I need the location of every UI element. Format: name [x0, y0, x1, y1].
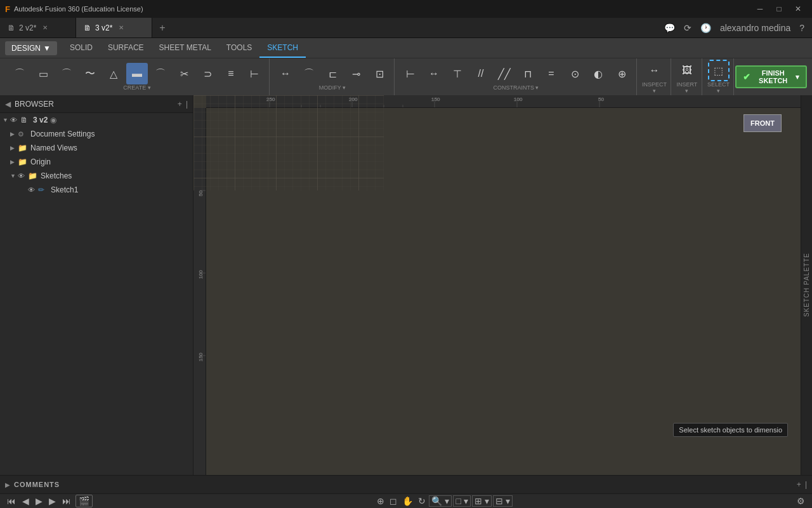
orbit-tool[interactable]: ✋: [400, 496, 415, 506]
browser-item-root[interactable]: ▼ 👁 🗎 3 v2 ◉: [0, 113, 193, 127]
user-label[interactable]: alexandro medina: [717, 23, 793, 33]
step-forward-button[interactable]: ▶: [47, 496, 58, 506]
tab-bar: 🗎 2 v2* ✕ 🗎 3 v2* ✕ + 💬 ⟳ 🕐 alexandro me…: [0, 18, 812, 38]
play-button[interactable]: ▶: [34, 496, 44, 506]
browser-collapse-icon[interactable]: ◀: [5, 100, 11, 109]
maximize-button[interactable]: □: [770, 0, 788, 18]
construction-tool[interactable]: ≡: [220, 63, 242, 84]
project-tool[interactable]: ⊢: [244, 63, 265, 84]
zoom-tool[interactable]: 🔍 ▾: [429, 495, 452, 507]
browser-item-origin[interactable]: ▶ 📁 Origin: [0, 155, 193, 169]
sketch1-eye-icon[interactable]: 👁: [28, 186, 38, 194]
tab-1-close[interactable]: ✕: [43, 24, 48, 31]
scale-tool[interactable]: ⊡: [369, 63, 390, 84]
insert-image-tool[interactable]: 🖼: [676, 60, 698, 81]
browser-item-sketches[interactable]: ▼ 👁 📁 Sketches: [0, 169, 193, 183]
perp-constraint[interactable]: ⊓: [517, 63, 539, 84]
fix-constraint[interactable]: ⊢: [400, 63, 421, 84]
playback-controls: ⏮ ◀ ▶ ▶ ⏭ 🎬: [5, 495, 93, 507]
spline-tool[interactable]: 〜: [79, 63, 101, 84]
look-tool[interactable]: ↻: [416, 496, 428, 506]
view-cube-front[interactable]: FRONT: [743, 114, 782, 132]
title-bar: F Autodesk Fusion 360 (Education License…: [0, 0, 812, 18]
tab-sheet-metal[interactable]: SHEET METAL: [152, 38, 219, 58]
pan-tool[interactable]: ⊕: [375, 496, 386, 506]
browser-item-sketch1[interactable]: 👁 ✏ Sketch1: [0, 183, 193, 197]
chat-icon[interactable]: 💬: [662, 23, 678, 33]
inspect-group: ↔ INSPECT ▾: [638, 58, 671, 95]
viewport[interactable]: 250 200 150 100 50 50 100 150: [193, 95, 801, 475]
zoom-extents-tool[interactable]: ◻: [388, 496, 399, 506]
tab-1-label: 2 v2*: [19, 23, 36, 32]
design-button[interactable]: DESIGN ▼: [5, 41, 57, 55]
tab-1[interactable]: 🗎 2 v2* ✕: [0, 18, 76, 37]
dimension-tool[interactable]: ↔: [275, 63, 296, 84]
polygon-tool[interactable]: △: [103, 63, 124, 84]
tab-sketch[interactable]: SKETCH: [259, 38, 306, 58]
camera-button[interactable]: 🎬: [75, 495, 93, 507]
tangent-constraint[interactable]: ⊙: [564, 63, 586, 84]
tab-2-close[interactable]: ✕: [119, 24, 124, 31]
history-icon[interactable]: 🕐: [698, 23, 714, 33]
rect-fill-tool[interactable]: ▬: [126, 63, 148, 84]
grid-tool[interactable]: ⊞ ▾: [472, 495, 492, 507]
arc-tool[interactable]: ⌒: [9, 63, 30, 84]
view-cube-label: FRONT: [750, 119, 775, 127]
extend-tool[interactable]: ⊏: [322, 63, 343, 84]
table-tool[interactable]: ⊟ ▾: [493, 495, 513, 507]
new-tab-button[interactable]: +: [152, 18, 173, 37]
sketches-eye-icon[interactable]: 👁: [18, 172, 28, 180]
break-tool[interactable]: ⊸: [345, 63, 367, 84]
hv-constraint[interactable]: ⊕: [611, 63, 632, 84]
tab-surface[interactable]: SURFACE: [100, 38, 152, 58]
named-views-folder-icon: 📁: [18, 144, 28, 152]
sketch1-icon: ✏: [38, 185, 48, 194]
midpoint-constraint[interactable]: ↔: [423, 63, 445, 84]
sketch-palette-panel[interactable]: SKETCH PALETTE: [801, 95, 812, 475]
skip-forward-button[interactable]: ⏭: [60, 496, 73, 506]
comments-plus-icon[interactable]: +: [797, 480, 801, 489]
fillet-tool[interactable]: ⌒: [150, 63, 171, 84]
minimize-button[interactable]: ─: [751, 0, 769, 18]
rect-tool[interactable]: ▭: [32, 63, 54, 84]
comments-expand-icon[interactable]: ▶: [5, 481, 10, 488]
status-tooltip: Select sketch objects to dimensio: [673, 423, 788, 437]
viewport-controls: ⊕ ◻ ✋ ↻ 🔍 ▾ □ ▾ ⊞ ▾ ⊟ ▾: [375, 495, 512, 507]
equal-constraint[interactable]: =: [540, 63, 562, 84]
settings-icon[interactable]: ⚙: [795, 496, 807, 506]
tab-2[interactable]: 🗎 3 v2* ✕: [76, 18, 152, 37]
step-back-button[interactable]: ◀: [20, 496, 31, 506]
parallel-constraint[interactable]: ╱╱: [494, 63, 515, 84]
comments-pin-icon[interactable]: |: [805, 480, 807, 489]
root-file-icon: 🗎: [20, 116, 30, 124]
select-dashed-tool[interactable]: ⬚: [708, 60, 730, 81]
svg-text:50: 50: [198, 190, 204, 196]
measure-tool[interactable]: ↔: [643, 60, 665, 81]
browser-item-named-views[interactable]: ▶ 📁 Named Views: [0, 141, 193, 155]
tab-2-label: 3 v2*: [95, 23, 112, 32]
close-button[interactable]: ✕: [789, 0, 807, 18]
browser-pin-icon[interactable]: |: [186, 100, 188, 109]
sketches-label: Sketches: [41, 171, 72, 180]
symmetric-constraint[interactable]: ◐: [587, 63, 609, 84]
finish-sketch-button[interactable]: ✔ FINISH SKETCH ▾: [735, 65, 807, 88]
offset-tool[interactable]: ⊃: [197, 63, 218, 84]
line-tool[interactable]: ⌒: [56, 63, 77, 84]
root-eye-icon[interactable]: 👁: [10, 116, 20, 124]
trim-tool[interactable]: ✂: [173, 63, 195, 84]
collinear-constraint[interactable]: //: [470, 63, 492, 84]
browser-expand-icon[interactable]: +: [178, 100, 182, 109]
help-icon[interactable]: ?: [797, 23, 807, 33]
tab-tools[interactable]: TOOLS: [219, 38, 259, 58]
sync-icon[interactable]: ⟳: [681, 23, 694, 33]
svg-text:200: 200: [349, 97, 358, 102]
coincident-constraint[interactable]: ⊤: [447, 63, 468, 84]
browser-item-doc-settings[interactable]: ▶ ⚙ Document Settings: [0, 127, 193, 141]
svg-text:100: 100: [198, 270, 204, 279]
create-label: CREATE ▾: [123, 84, 150, 91]
tab-solid[interactable]: SOLID: [62, 38, 100, 58]
view-cube[interactable]: FRONT: [743, 114, 782, 152]
skip-back-button[interactable]: ⏮: [5, 496, 18, 506]
display-tool[interactable]: □ ▾: [453, 495, 470, 507]
trim2-tool[interactable]: ⌒: [298, 63, 320, 84]
